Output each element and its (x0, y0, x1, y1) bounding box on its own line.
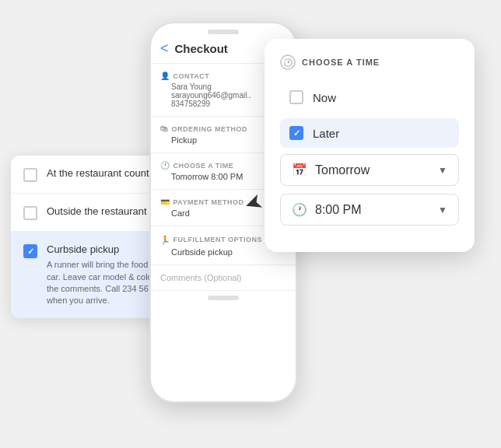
panel-title: CHOOSE A TIME (302, 58, 380, 67)
outside-restaurant-label: Outside the restaurant (47, 205, 147, 219)
now-checkbox[interactable] (289, 90, 303, 104)
at-counter-label: At the restaurant counter (47, 166, 158, 180)
clock-icon: 🕐 (280, 54, 296, 70)
time-value: 8:00 PM (315, 203, 362, 217)
time-dropdown[interactable]: 🕐 8:00 PM ▼ (280, 194, 459, 226)
choose-time-panel: 🕐 CHOOSE A TIME Now Later 📅 Tomorrow ▼ 🕐… (265, 39, 475, 252)
comments-placeholder: Comments (Optional) (160, 273, 286, 282)
back-button[interactable]: < (160, 40, 169, 57)
time-icon: 🕐 (160, 161, 170, 170)
date-dropdown-arrow: ▼ (438, 165, 447, 176)
contact-label: CONTACT (173, 72, 210, 80)
fulfillment-label: FULFILLMENT OPTIONS (173, 236, 263, 243)
curbside-checkbox[interactable] (23, 244, 37, 258)
outside-restaurant-checkbox[interactable] (23, 206, 37, 220)
fulfillment-icon: 🏃 (160, 236, 170, 244)
time-dropdown-arrow: ▼ (438, 205, 447, 215)
contact-icon: 👤 (160, 72, 170, 80)
later-option[interactable]: Later (280, 118, 459, 148)
later-label: Later (313, 127, 339, 140)
now-label: Now (313, 91, 336, 104)
now-option[interactable]: Now (280, 82, 459, 112)
payment-label: PAYMENT METHOD (173, 198, 244, 206)
fulfillment-value: Curbside pickup (160, 247, 286, 257)
later-checkbox[interactable] (289, 126, 303, 140)
ordering-label: ORDERING METHOD (172, 125, 248, 133)
phone-notch-bottom (208, 296, 239, 300)
time-label: CHOOSE A TIME (173, 162, 234, 170)
date-value: Tomorrow (315, 163, 370, 177)
ordering-icon: 🛍 (160, 124, 169, 133)
at-counter-checkbox[interactable] (23, 168, 37, 182)
comments-section[interactable]: Comments (Optional) (151, 265, 296, 291)
phone-title: Checkout (175, 42, 228, 55)
date-dropdown[interactable]: 📅 Tomorrow ▼ (280, 154, 459, 186)
calendar-icon: 📅 (292, 163, 307, 177)
clock-small-icon: 🕐 (292, 202, 307, 217)
panel-header: 🕐 CHOOSE A TIME (280, 54, 459, 70)
payment-icon: 💳 (160, 198, 170, 206)
